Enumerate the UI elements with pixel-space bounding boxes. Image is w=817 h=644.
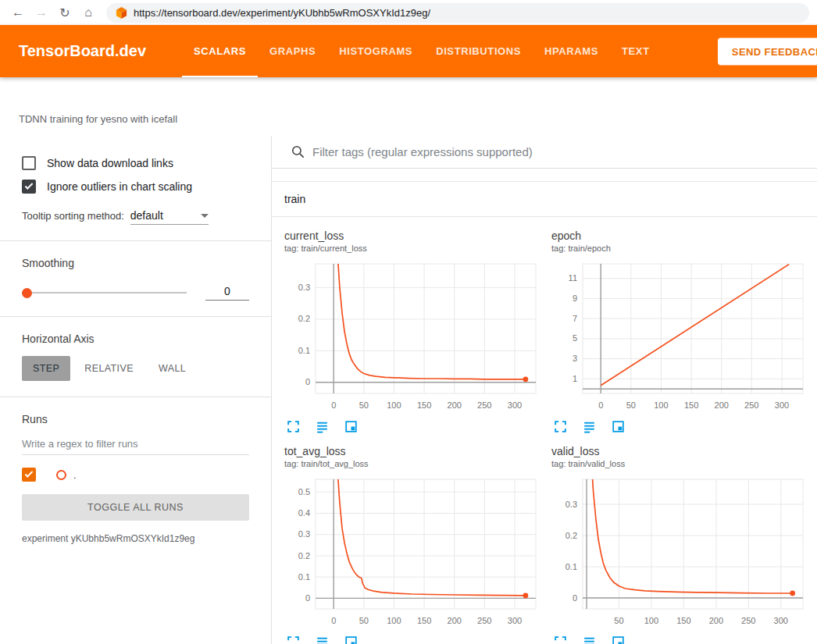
forward-icon[interactable]: → [31,2,52,23]
data-table-icon[interactable] [582,635,597,644]
run-checkbox[interactable] [22,468,36,482]
checkbox-show-data-download-links[interactable]: Show data download links [22,156,249,170]
chart-card-tot-avg-loss: tot_avg_losstag: train/tot_avg_loss05010… [284,445,542,644]
fit-domain-icon[interactable] [344,635,359,644]
svg-text:100: 100 [644,616,658,625]
browser-toolbar: ← → ↻ ⌂ https://tensorboard.dev/experime… [0,0,817,25]
toggle-all-runs-button[interactable]: TOGGLE ALL RUNS [22,494,249,521]
run-row: . [22,468,249,482]
runs-filter-input[interactable] [22,433,249,455]
fit-domain-icon[interactable] [344,419,359,434]
checkbox-label: Show data download links [47,157,173,169]
checkbox-box[interactable] [22,180,36,194]
reload-icon[interactable]: ↻ [55,2,75,23]
tooltip-sorting-value: default [130,209,163,222]
chart-title: current_loss [284,229,542,242]
svg-text:0.1: 0.1 [298,572,310,582]
chart-card-valid-loss: valid_losstag: train/valid_loss501001502… [551,445,809,644]
checkbox-box[interactable] [22,156,36,170]
chart-plot[interactable]: 5010015020025030000.10.20.3 [551,475,809,631]
svg-text:0.2: 0.2 [298,551,310,560]
svg-text:0.2: 0.2 [565,531,577,540]
tab-histograms[interactable]: HISTOGRAMS [327,25,424,77]
fullscreen-icon[interactable] [553,419,568,434]
tag-group-label: train [284,193,305,205]
tensorboard-favicon [116,7,127,19]
svg-text:300: 300 [508,616,522,625]
svg-text:300: 300 [775,400,789,410]
chart-tag: tag: train/valid_loss [551,459,809,468]
svg-text:0: 0 [331,616,336,625]
url-text: https://tensorboard.dev/experiment/yKUbh… [134,7,430,19]
svg-text:50: 50 [626,400,636,410]
fit-domain-icon[interactable] [611,635,626,644]
charts-grid: current_losstag: train/current_loss05010… [272,217,817,644]
horizontal-axis-label: Horizontal Axis [22,333,249,345]
tag-group-header[interactable]: train [272,181,817,217]
svg-text:200: 200 [715,400,729,410]
tag-filter-input[interactable] [312,145,798,158]
svg-text:250: 250 [477,616,491,625]
chart-plot[interactable]: 05010015020025030000.10.20.30.40.5 [284,475,542,631]
send-feedback-button[interactable]: SEND FEEDBACK [718,37,817,65]
axis-button-relative[interactable]: RELATIVE [73,356,144,381]
svg-text:0.4: 0.4 [298,508,310,518]
svg-text:1: 1 [573,374,577,383]
checkbox-ignore-outliers-in-chart-scaling[interactable]: Ignore outliers in chart scaling [22,180,249,194]
run-color-swatch [56,470,66,480]
chart-card-epoch: epochtag: train/epoch0501001502002503001… [551,229,809,434]
chart-toolbar [551,419,809,434]
svg-text:11: 11 [569,273,577,283]
chart-tag: tag: train/tot_avg_loss [284,459,542,468]
axis-button-step[interactable]: STEP [22,356,70,381]
sidebar-checkboxes: Show data download linksIgnore outliers … [22,156,249,194]
svg-text:300: 300 [774,616,788,625]
tab-graphs[interactable]: GRAPHS [258,25,327,77]
settings-sidebar: Show data download linksIgnore outliers … [0,136,272,644]
svg-text:50: 50 [359,400,369,410]
fit-domain-icon[interactable] [611,419,626,434]
fullscreen-icon[interactable] [553,635,568,644]
svg-text:0.3: 0.3 [565,500,577,509]
svg-text:5: 5 [573,333,577,343]
data-table-icon[interactable] [315,635,330,644]
address-bar[interactable]: https://tensorboard.dev/experiment/yKUbh… [106,3,809,23]
axis-button-wall[interactable]: WALL [148,356,197,381]
fullscreen-icon[interactable] [286,419,301,434]
svg-text:150: 150 [676,616,690,625]
svg-text:100: 100 [387,400,401,410]
check-icon [25,181,34,190]
chart-title: tot_avg_loss [284,445,542,457]
tab-scalars[interactable]: SCALARS [182,25,258,77]
chart-plot[interactable]: 0501001502002503001357911 [551,259,809,415]
experiment-id: experiment yKUbhb5wRmOSXYkId1z9eg [22,533,249,544]
svg-text:250: 250 [744,400,758,410]
app-title: TensorBoard.dev [19,42,146,60]
smoothing-label: Smoothing [22,257,249,269]
svg-text:9: 9 [573,294,577,303]
data-table-icon[interactable] [582,419,597,434]
charts-scroll-area[interactable]: train current_losstag: train/current_los… [272,169,817,644]
home-icon[interactable]: ⌂ [78,2,98,23]
smoothing-value[interactable]: 0 [205,285,249,301]
chart-plot[interactable]: 05010015020025030000.10.20.3 [284,259,542,415]
header-tabs: SCALARSGRAPHSHISTOGRAMSDISTRIBUTIONSHPAR… [182,25,662,77]
svg-text:0.1: 0.1 [298,346,310,355]
tooltip-sorting-row: Tooltip sorting method: default [22,209,249,225]
svg-text:250: 250 [741,616,755,625]
svg-text:200: 200 [709,616,723,625]
svg-text:0: 0 [598,400,603,410]
smoothing-slider-thumb[interactable] [22,288,32,298]
horizontal-axis-buttons: STEPRELATIVEWALL [22,356,249,381]
experiment-description: TDNN training for yesno with icefall [0,77,817,136]
back-icon[interactable]: ← [8,2,28,23]
tab-hparams[interactable]: HPARAMS [533,25,610,77]
svg-text:150: 150 [684,400,698,410]
tooltip-sorting-dropdown[interactable]: default [130,209,209,225]
smoothing-slider[interactable] [22,292,187,294]
tab-distributions[interactable]: DISTRIBUTIONS [424,25,533,77]
fullscreen-icon[interactable] [286,635,301,644]
tab-text[interactable]: TEXT [610,25,662,77]
data-table-icon[interactable] [315,419,330,434]
chart-tag: tag: train/current_loss [284,244,542,253]
